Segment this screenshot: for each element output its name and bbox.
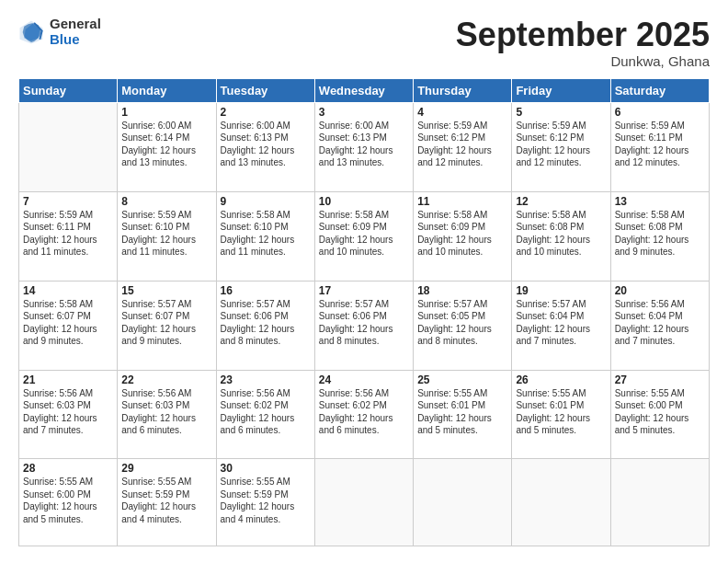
day-info: Sunrise: 5:58 AMSunset: 6:09 PMDaylight:…	[417, 209, 507, 259]
logo-icon	[18, 19, 44, 45]
day-info: Sunrise: 5:56 AMSunset: 6:03 PMDaylight:…	[23, 387, 113, 437]
day-header-saturday: Saturday	[610, 78, 709, 102]
day-info: Sunrise: 5:56 AMSunset: 6:04 PMDaylight:…	[615, 298, 705, 348]
day-info: Sunrise: 5:55 AMSunset: 6:00 PMDaylight:…	[23, 476, 113, 525]
day-info: Sunrise: 5:59 AMSunset: 6:12 PMDaylight:…	[417, 120, 507, 169]
calendar-cell: 3Sunrise: 6:00 AMSunset: 6:13 PMDaylight…	[314, 102, 413, 191]
day-number: 14	[23, 284, 113, 297]
calendar-week-4: 21Sunrise: 5:56 AMSunset: 6:03 PMDayligh…	[19, 370, 710, 459]
calendar-cell: 28Sunrise: 5:55 AMSunset: 6:00 PMDayligh…	[19, 459, 118, 546]
day-info: Sunrise: 6:00 AMSunset: 6:13 PMDaylight:…	[319, 120, 409, 169]
calendar-cell: 16Sunrise: 5:57 AMSunset: 6:06 PMDayligh…	[216, 281, 314, 370]
day-number: 17	[319, 284, 409, 297]
day-info: Sunrise: 5:57 AMSunset: 6:06 PMDaylight:…	[221, 298, 311, 348]
day-number: 7	[23, 195, 113, 208]
calendar-week-2: 7Sunrise: 5:59 AMSunset: 6:11 PMDaylight…	[19, 191, 710, 281]
day-info: Sunrise: 5:55 AMSunset: 6:01 PMDaylight:…	[516, 387, 606, 437]
calendar-cell: 26Sunrise: 5:55 AMSunset: 6:01 PMDayligh…	[512, 370, 610, 459]
day-info: Sunrise: 6:00 AMSunset: 6:13 PMDaylight:…	[221, 120, 311, 169]
calendar-cell: 22Sunrise: 5:56 AMSunset: 6:03 PMDayligh…	[118, 370, 216, 459]
calendar-cell: 5Sunrise: 5:59 AMSunset: 6:12 PMDaylight…	[512, 102, 610, 191]
day-number: 1	[121, 106, 211, 119]
calendar-cell: 11Sunrise: 5:58 AMSunset: 6:09 PMDayligh…	[414, 191, 512, 281]
day-info: Sunrise: 5:58 AMSunset: 6:07 PMDaylight:…	[23, 298, 113, 348]
day-number: 3	[319, 106, 409, 119]
day-number: 24	[319, 373, 409, 386]
calendar-week-5: 28Sunrise: 5:55 AMSunset: 6:00 PMDayligh…	[19, 459, 710, 546]
calendar-header-row: SundayMondayTuesdayWednesdayThursdayFrid…	[19, 78, 710, 102]
day-info: Sunrise: 5:55 AMSunset: 5:59 PMDaylight:…	[121, 476, 211, 525]
day-info: Sunrise: 5:55 AMSunset: 5:59 PMDaylight:…	[221, 476, 311, 525]
logo: General Blue	[18, 17, 101, 47]
day-header-thursday: Thursday	[414, 78, 512, 102]
calendar-cell	[19, 102, 118, 191]
logo-general: General	[50, 17, 101, 32]
day-header-sunday: Sunday	[19, 78, 118, 102]
calendar-week-1: 1Sunrise: 6:00 AMSunset: 6:14 PMDaylight…	[19, 102, 710, 191]
day-number: 16	[221, 284, 311, 297]
day-number: 10	[319, 195, 409, 208]
day-number: 13	[615, 195, 705, 208]
day-info: Sunrise: 5:58 AMSunset: 6:10 PMDaylight:…	[221, 209, 311, 259]
day-number: 30	[221, 462, 311, 475]
day-number: 5	[516, 106, 606, 119]
calendar-week-3: 14Sunrise: 5:58 AMSunset: 6:07 PMDayligh…	[19, 281, 710, 370]
day-info: Sunrise: 5:56 AMSunset: 6:03 PMDaylight:…	[121, 387, 211, 437]
calendar-cell: 30Sunrise: 5:55 AMSunset: 5:59 PMDayligh…	[216, 459, 314, 546]
calendar-cell: 24Sunrise: 5:56 AMSunset: 6:02 PMDayligh…	[314, 370, 413, 459]
logo-blue: Blue	[50, 32, 101, 48]
day-header-monday: Monday	[118, 78, 216, 102]
calendar-cell	[314, 459, 413, 546]
day-number: 27	[615, 373, 705, 386]
calendar-cell: 10Sunrise: 5:58 AMSunset: 6:09 PMDayligh…	[314, 191, 413, 281]
location: Dunkwa, Ghana	[456, 53, 710, 69]
calendar-cell: 27Sunrise: 5:55 AMSunset: 6:00 PMDayligh…	[610, 370, 709, 459]
page: General Blue September 2025 Dunkwa, Ghan…	[0, 0, 728, 563]
header: General Blue September 2025 Dunkwa, Ghan…	[18, 17, 710, 69]
calendar: SundayMondayTuesdayWednesdayThursdayFrid…	[18, 78, 710, 546]
day-info: Sunrise: 5:55 AMSunset: 6:00 PMDaylight:…	[615, 387, 705, 437]
day-number: 18	[417, 284, 507, 297]
day-info: Sunrise: 5:57 AMSunset: 6:06 PMDaylight:…	[319, 298, 409, 348]
day-number: 12	[516, 195, 606, 208]
day-number: 21	[23, 373, 113, 386]
calendar-cell: 8Sunrise: 5:59 AMSunset: 6:10 PMDaylight…	[118, 191, 216, 281]
day-info: Sunrise: 5:57 AMSunset: 6:07 PMDaylight:…	[121, 298, 211, 348]
calendar-cell: 12Sunrise: 5:58 AMSunset: 6:08 PMDayligh…	[512, 191, 610, 281]
calendar-cell: 21Sunrise: 5:56 AMSunset: 6:03 PMDayligh…	[19, 370, 118, 459]
day-info: Sunrise: 5:58 AMSunset: 6:08 PMDaylight:…	[516, 209, 606, 259]
day-number: 11	[417, 195, 507, 208]
day-info: Sunrise: 5:56 AMSunset: 6:02 PMDaylight:…	[319, 387, 409, 437]
calendar-cell: 4Sunrise: 5:59 AMSunset: 6:12 PMDaylight…	[414, 102, 512, 191]
day-number: 9	[221, 195, 311, 208]
calendar-cell: 9Sunrise: 5:58 AMSunset: 6:10 PMDaylight…	[216, 191, 314, 281]
day-number: 22	[121, 373, 211, 386]
day-info: Sunrise: 5:55 AMSunset: 6:01 PMDaylight:…	[417, 387, 507, 437]
day-info: Sunrise: 5:59 AMSunset: 6:10 PMDaylight:…	[121, 209, 211, 259]
day-number: 15	[121, 284, 211, 297]
calendar-cell: 6Sunrise: 5:59 AMSunset: 6:11 PMDaylight…	[610, 102, 709, 191]
day-info: Sunrise: 5:57 AMSunset: 6:04 PMDaylight:…	[516, 298, 606, 348]
day-info: Sunrise: 5:58 AMSunset: 6:09 PMDaylight:…	[319, 209, 409, 259]
calendar-cell: 1Sunrise: 6:00 AMSunset: 6:14 PMDaylight…	[118, 102, 216, 191]
day-header-tuesday: Tuesday	[216, 78, 314, 102]
day-number: 2	[221, 106, 311, 119]
day-header-friday: Friday	[512, 78, 610, 102]
day-number: 20	[615, 284, 705, 297]
calendar-cell: 23Sunrise: 5:56 AMSunset: 6:02 PMDayligh…	[216, 370, 314, 459]
calendar-cell: 18Sunrise: 5:57 AMSunset: 6:05 PMDayligh…	[414, 281, 512, 370]
title-block: September 2025 Dunkwa, Ghana	[456, 17, 710, 69]
day-header-wednesday: Wednesday	[314, 78, 413, 102]
day-info: Sunrise: 5:58 AMSunset: 6:08 PMDaylight:…	[615, 209, 705, 259]
calendar-cell: 19Sunrise: 5:57 AMSunset: 6:04 PMDayligh…	[512, 281, 610, 370]
calendar-cell	[610, 459, 709, 546]
calendar-cell: 15Sunrise: 5:57 AMSunset: 6:07 PMDayligh…	[118, 281, 216, 370]
calendar-cell: 2Sunrise: 6:00 AMSunset: 6:13 PMDaylight…	[216, 102, 314, 191]
calendar-cell: 29Sunrise: 5:55 AMSunset: 5:59 PMDayligh…	[118, 459, 216, 546]
logo-text: General Blue	[50, 17, 101, 47]
day-info: Sunrise: 6:00 AMSunset: 6:14 PMDaylight:…	[121, 120, 211, 169]
calendar-cell: 20Sunrise: 5:56 AMSunset: 6:04 PMDayligh…	[610, 281, 709, 370]
calendar-cell	[512, 459, 610, 546]
calendar-cell: 13Sunrise: 5:58 AMSunset: 6:08 PMDayligh…	[610, 191, 709, 281]
day-number: 19	[516, 284, 606, 297]
